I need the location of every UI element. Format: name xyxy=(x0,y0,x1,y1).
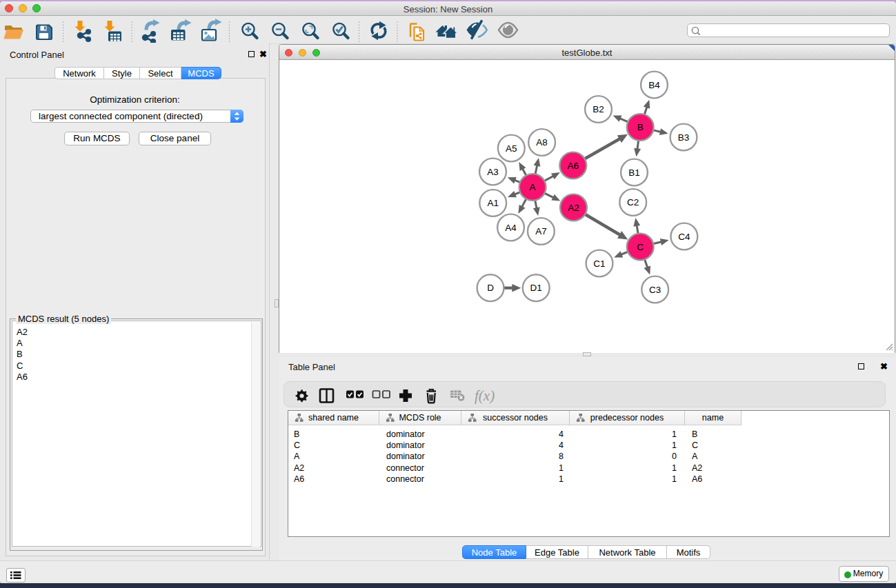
svg-text:B1: B1 xyxy=(628,168,640,178)
svg-text:B2: B2 xyxy=(593,104,604,114)
svg-text:A5: A5 xyxy=(506,143,517,154)
svg-text:B: B xyxy=(637,122,644,132)
svg-text:D1: D1 xyxy=(530,283,542,293)
svg-text:A3: A3 xyxy=(487,167,499,177)
svg-text:A4: A4 xyxy=(505,223,517,233)
svg-text:C: C xyxy=(637,242,644,252)
svg-text:B3: B3 xyxy=(678,132,690,143)
svg-text:A: A xyxy=(530,182,536,192)
svg-text:D: D xyxy=(487,283,494,293)
svg-text:A8: A8 xyxy=(536,137,548,148)
svg-text:f(x): f(x) xyxy=(475,387,495,404)
svg-text:A2: A2 xyxy=(568,203,579,213)
svg-text:C4: C4 xyxy=(678,232,690,242)
svg-text:C1: C1 xyxy=(593,258,605,269)
svg-text:A7: A7 xyxy=(535,226,547,236)
svg-text:A1: A1 xyxy=(487,198,499,208)
svg-text:A6: A6 xyxy=(568,161,579,171)
svg-text:C3: C3 xyxy=(649,285,661,295)
svg-text:B4: B4 xyxy=(648,80,660,90)
svg-text:C2: C2 xyxy=(627,197,639,207)
